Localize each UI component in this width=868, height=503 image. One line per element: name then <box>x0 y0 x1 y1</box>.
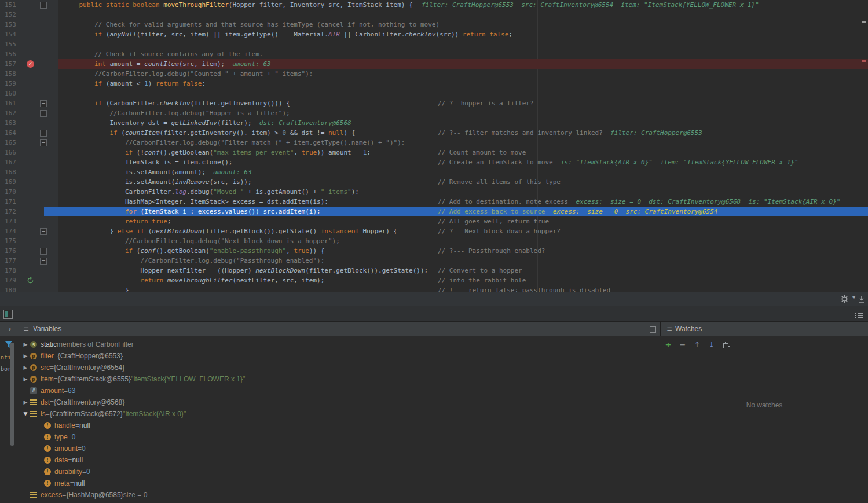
editor-line-171[interactable]: 171 HashMap<Integer, ItemStack> excess =… <box>0 197 868 207</box>
breakpoint-icon[interactable]: ✓ <box>27 60 34 68</box>
code-text[interactable]: // Check if source contains any of the i… <box>64 49 263 59</box>
tree-expanded-arrow-icon[interactable]: ▼ <box>21 411 30 417</box>
move-up-icon[interactable]: ↑ <box>693 340 702 350</box>
code-text[interactable]: is.setAmount(amount); amount: 63 <box>64 167 252 177</box>
editor-line-159[interactable]: 159 if (amount < 1) return false; <box>0 79 868 89</box>
fold-marker-icon[interactable]: − <box>40 2 47 9</box>
editor-line-160[interactable]: 160 <box>0 89 868 98</box>
editor-line-172[interactable]: 172 for (ItemStack i : excess.values()) … <box>0 207 868 216</box>
editor-line-165[interactable]: 165− //CarbonFilter.log.debug("Filter ma… <box>0 138 868 148</box>
editor-line-177[interactable]: 177− //CarbonFilter.log.debug("Passthrou… <box>0 256 868 266</box>
tree-collapsed-arrow-icon[interactable]: ▶ <box>21 353 30 359</box>
fold-marker-icon[interactable]: − <box>40 110 47 117</box>
pane-arrow-icon[interactable]: → <box>5 322 11 336</box>
editor-line-166[interactable]: 166 if (!conf().getBoolean("max-items-pe… <box>0 148 868 157</box>
editor-line-173[interactable]: 173 return true;// All goes well, return… <box>0 216 868 226</box>
variable-row-amount-child[interactable]: !amount = 0 <box>0 443 659 454</box>
editor-line-179[interactable]: 179 return moveThroughFilter(nextFilter,… <box>0 276 868 285</box>
fold-marker-icon[interactable]: − <box>40 258 47 265</box>
code-text[interactable]: //CarbonFilter.log.debug("Next block dow… <box>64 236 340 246</box>
editor-line-151[interactable]: 151− public static boolean moveThroughFi… <box>0 0 868 10</box>
code-text[interactable]: public static boolean moveThroughFilter(… <box>64 0 413 10</box>
editor-line-180[interactable]: 180 }// !--- return false; passthrough i… <box>0 285 868 292</box>
variable-row-meta[interactable]: !meta = null <box>0 478 659 489</box>
variable-row-src[interactable]: ▶psrc = {CraftInventory@6554} <box>0 362 659 373</box>
error-stripe-caret-mark[interactable] <box>862 21 866 23</box>
variable-row-excess[interactable]: excess = {HashMap@6585} size = 0 <box>0 489 659 501</box>
variable-row-amount[interactable]: #amount = 63 <box>0 385 659 396</box>
fold-marker-icon[interactable]: − <box>40 130 47 137</box>
error-stripe-breakpoint-mark[interactable] <box>862 60 866 62</box>
code-text[interactable]: ItemStack is = item.clone(); <box>64 157 232 167</box>
code-text[interactable]: is.setAmount(invRemove(src, is)); <box>64 177 252 187</box>
editor-line-154[interactable]: 154 if (anyNull(filter, src, item) || it… <box>0 30 868 39</box>
code-text[interactable]: // Check for valid arguments and that so… <box>64 20 440 30</box>
settings-gear-icon[interactable] <box>840 295 849 306</box>
code-text[interactable]: } <box>64 285 129 292</box>
variable-row-static-members[interactable]: ▶sstatic members of CarbonFilter <box>0 339 659 350</box>
code-text[interactable]: CarbonFilter.log.debug("Moved " + is.get… <box>64 187 359 197</box>
variable-row-dst[interactable]: ▶dst = {CraftInventory@6568} <box>0 396 659 408</box>
editor-line-178[interactable]: 178 Hopper nextFilter = ((Hopper) nextBl… <box>0 266 868 276</box>
console-icon[interactable] <box>3 310 13 319</box>
code-text[interactable]: //CarbonFilter.log.debug("Filter match (… <box>64 138 405 148</box>
editor-line-169[interactable]: 169 is.setAmount(invRemove(src, is));// … <box>0 177 868 187</box>
duplicate-icon[interactable] <box>721 340 731 350</box>
editor-line-174[interactable]: 174− } else if (nextBlockDown(filter.get… <box>0 226 868 236</box>
code-text[interactable]: if (countItem(filter.getInventory(), ite… <box>64 128 355 138</box>
tree-collapsed-arrow-icon[interactable]: ▶ <box>21 365 30 370</box>
code-text[interactable]: for (ItemStack i : excess.values()) src.… <box>64 207 321 216</box>
variable-row-item[interactable]: ▶pitem = {CraftItemStack@6555} "ItemStac… <box>0 373 659 385</box>
scroll-to-end-icon[interactable] <box>858 295 865 306</box>
move-down-icon[interactable]: ↓ <box>707 340 716 350</box>
code-text[interactable]: if (conf().getBoolean("enable-passthroug… <box>64 246 324 256</box>
editor-line-157[interactable]: 157✓ int amount = countItem(src, item); … <box>0 59 868 69</box>
editor-line-164[interactable]: 164− if (countItem(filter.getInventory()… <box>0 128 868 138</box>
chevron-down-icon[interactable]: ▾ <box>852 294 855 300</box>
code-text[interactable]: int amount = countItem(src, item); amoun… <box>64 59 271 69</box>
editor-line-155[interactable]: 155 <box>0 39 868 49</box>
code-text[interactable]: Inventory dst = getLinkedInv(filter); ds… <box>64 118 351 128</box>
editor-line-162[interactable]: 162− //CarbonFilter.log.debug("Hopper is… <box>0 108 868 118</box>
tree-collapsed-arrow-icon[interactable]: ▶ <box>21 376 30 382</box>
watches-menu-icon[interactable]: ≡ <box>666 322 672 336</box>
fold-marker-icon[interactable]: − <box>40 100 47 107</box>
editor-line-176[interactable]: 176− if (conf().getBoolean("enable-passt… <box>0 246 868 256</box>
editor-line-168[interactable]: 168 is.setAmount(amount); amount: 63 <box>0 167 868 177</box>
editor-line-161[interactable]: 161− if (CarbonFilter.checkInv(filter.ge… <box>0 98 868 108</box>
code-text[interactable]: Hopper nextFilter = ((Hopper) nextBlockD… <box>64 266 428 276</box>
code-text[interactable]: } else if (nextBlockDown(filter.getBlock… <box>64 226 397 236</box>
code-editor[interactable]: 151− public static boolean moveThroughFi… <box>0 0 868 292</box>
code-text[interactable]: if (CarbonFilter.checkInv(filter.getInve… <box>64 98 290 108</box>
code-text[interactable]: return moveThroughFilter(nextFilter, src… <box>64 276 324 285</box>
code-text[interactable]: //CarbonFilter.log.debug("Hopper is a fi… <box>64 108 290 118</box>
code-text[interactable]: //CarbonFilter.log.debug("Passthrough en… <box>64 256 324 266</box>
variable-row-is[interactable]: ▼is = {CraftItemStack@6572} "ItemStack{A… <box>0 408 659 420</box>
variables-menu-icon[interactable]: ≡ <box>23 322 29 336</box>
editor-line-170[interactable]: 170 CarbonFilter.log.debug("Moved " + is… <box>0 187 868 197</box>
fold-marker-icon[interactable]: − <box>40 139 47 146</box>
editor-line-153[interactable]: 153 // Check for valid arguments and tha… <box>0 20 868 30</box>
code-text[interactable]: if (amount < 1) return false; <box>64 79 206 89</box>
variable-row-type[interactable]: !type = 0 <box>0 431 659 443</box>
editor-line-175[interactable]: 175 //CarbonFilter.log.debug("Next block… <box>0 236 868 246</box>
variable-row-filter[interactable]: ▶pfilter = {CraftHopper@6553} <box>0 350 659 362</box>
editor-line-152[interactable]: 152 <box>0 10 868 20</box>
code-text[interactable]: HashMap<Integer, ItemStack> excess = dst… <box>64 197 328 207</box>
code-text[interactable]: if (!conf().getBoolean("max-items-per-ev… <box>64 148 371 157</box>
fold-marker-icon[interactable]: − <box>40 248 47 255</box>
variable-row-data[interactable]: !data = null <box>0 454 659 466</box>
tree-collapsed-arrow-icon[interactable]: ▶ <box>21 342 30 347</box>
list-icon[interactable] <box>855 311 863 321</box>
tree-collapsed-arrow-icon[interactable]: ▶ <box>21 399 30 405</box>
editor-line-167[interactable]: 167 ItemStack is = item.clone();// Creat… <box>0 157 868 167</box>
remove-watch-icon[interactable]: − <box>678 340 687 350</box>
mini-window-icon[interactable] <box>650 326 656 333</box>
editor-line-163[interactable]: 163 Inventory dst = getLinkedInv(filter)… <box>0 118 868 128</box>
fold-marker-icon[interactable]: − <box>40 228 47 235</box>
add-watch-icon[interactable]: + <box>664 340 673 350</box>
variable-row-durability[interactable]: !durability = 0 <box>0 466 659 478</box>
code-text[interactable]: if (anyNull(filter, src, item) || item.g… <box>64 30 512 39</box>
code-text[interactable]: //CarbonFilter.log.debug("Counted " + am… <box>64 69 313 79</box>
editor-line-156[interactable]: 156 // Check if source contains any of t… <box>0 49 868 59</box>
